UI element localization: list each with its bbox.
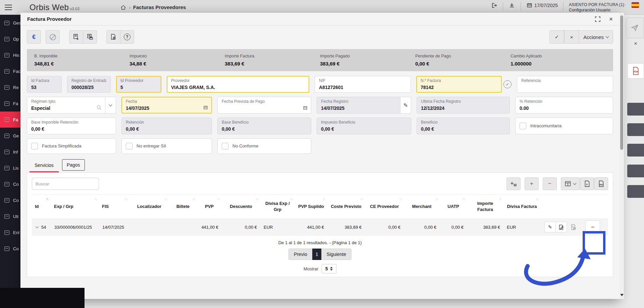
column-header-billete[interactable]: ↑↓Billete	[169, 194, 197, 219]
breadcrumb-current[interactable]: Facturas Proveedores	[133, 4, 186, 10]
check-circle-icon[interactable]: ✓	[503, 80, 512, 88]
column-header-exp-grp[interactable]: ↑↓Exp / Grp	[51, 194, 99, 219]
divider	[503, 2, 503, 11]
column-header-divisa-exp-grp[interactable]: ↑↓Divisa Exp / Grp	[260, 194, 295, 219]
modal-scrollbar[interactable]	[620, 13, 624, 299]
regimen-dropdown-button[interactable]	[105, 97, 116, 114]
sidebar-item-active[interactable]: Fa	[0, 112, 20, 128]
calendar-icon[interactable]	[303, 105, 308, 110]
column-header-divisa-factura[interactable]: ↑↓Divisa Factura	[503, 194, 540, 219]
scrollbar-thumb[interactable]	[620, 15, 623, 150]
cancel-invoice-button[interactable]	[46, 30, 60, 44]
column-header-importe-factura[interactable]: ↑↓Importe Factura	[467, 194, 503, 219]
add-row-button[interactable]: +	[525, 177, 539, 190]
modal-close-icon[interactable]: ×	[609, 16, 613, 22]
delete-row-button[interactable]: −	[585, 220, 600, 234]
expand-row-icon[interactable]	[36, 225, 39, 228]
sidebar-item-12[interactable]: Uti	[0, 208, 20, 224]
scrollbar-down-arrow[interactable]	[620, 294, 624, 296]
referencia-field[interactable]: Referencia	[517, 76, 613, 93]
proveedor-field[interactable]: ProveedorVIAJES GRAM, S.A.	[167, 76, 309, 93]
download-icon[interactable]	[508, 2, 515, 9]
edit-row-button[interactable]: ✎	[544, 222, 556, 232]
sidebar-item-5[interactable]: Fa	[0, 95, 20, 112]
column-header-ce-proveedor[interactable]: ↑↓CE Proveedor	[365, 194, 404, 219]
app-logo: Orbis Webv3.02	[30, 3, 80, 12]
sidebar-item-9[interactable]: Lis	[0, 160, 20, 176]
tab-pagos[interactable]: Pagos	[62, 159, 85, 171]
logout-icon[interactable]	[491, 2, 497, 9]
user-menu[interactable]: ASIENTO POR FACTURA (1) - Ale... Configu…	[569, 2, 626, 13]
add-multiple-rows-button[interactable]: +M	[506, 177, 521, 190]
sidebar-item-11[interactable]: Co	[0, 192, 20, 208]
column-header-coste-previsto[interactable]: ↑↓Coste Previsto	[327, 194, 365, 219]
hamburger-menu-icon[interactable]	[5, 5, 12, 10]
retencion-pct-field[interactable]: % Retención0.00	[515, 97, 613, 114]
column-header-uatp[interactable]: ↑↓UATP	[440, 194, 467, 219]
side-action-button[interactable]	[627, 144, 644, 157]
column-header-merchant[interactable]: ↑↓Merchant	[404, 194, 440, 219]
session-date[interactable]: 17/07/2025	[526, 2, 558, 9]
edit-document-button[interactable]	[555, 222, 567, 232]
sidebar-item-1[interactable]: Op	[0, 31, 20, 47]
print-entry-button[interactable]	[83, 30, 97, 44]
panel-close-icon[interactable]: ×	[634, 40, 637, 47]
currency-euro-button[interactable]: €	[27, 30, 41, 44]
fullscreen-icon[interactable]	[595, 16, 600, 22]
remove-row-button[interactable]: −	[543, 177, 557, 190]
nif-field[interactable]: NIFA81272601	[315, 76, 411, 93]
calendar-icon[interactable]	[203, 105, 208, 110]
confirm-button[interactable]: ✓	[549, 30, 564, 44]
sidebar-item-8[interactable]: Inf	[0, 144, 20, 160]
side-action-button[interactable]	[627, 165, 644, 177]
sidebar-item-3[interactable]: Fac	[0, 63, 20, 79]
columns-visibility-button[interactable]	[561, 177, 580, 190]
intracomunitaria-checkbox[interactable]	[520, 123, 526, 129]
table-row[interactable]: 54 33/000006/0001/25 14/07/2025 441,00 €…	[32, 219, 608, 235]
id-proveedor-field[interactable]: Id Proveedor5	[116, 76, 161, 93]
tax-document-button[interactable]	[568, 222, 579, 232]
num-factura-field[interactable]: N.º Factura78142	[416, 76, 502, 93]
no-entregar-sii-checkbox[interactable]	[126, 143, 132, 149]
sidebar-item-13[interactable]: Enl	[0, 224, 20, 240]
no-conforme-checkbox[interactable]	[222, 143, 228, 149]
home-icon[interactable]	[120, 4, 127, 11]
column-header-fis[interactable]: ↑↓FIS	[99, 194, 129, 219]
sidebar-item-7[interactable]: Ge	[0, 128, 20, 144]
sidebar-item-2[interactable]: His	[0, 47, 20, 63]
fecha-prevista-pago-field[interactable]: Fecha Prevista de Pago	[217, 97, 311, 114]
factura-simplificada-checkbox[interactable]	[31, 143, 38, 149]
current-page-button[interactable]: 1	[312, 249, 322, 260]
tab-servicios[interactable]: Servicios	[30, 159, 59, 172]
sidebar-item-10[interactable]: Co	[0, 176, 20, 192]
column-header-pvp-suplido[interactable]: ↑↓PVP Suplido	[295, 194, 327, 219]
previous-page-button[interactable]: Previo	[288, 249, 313, 260]
export-pdf-button[interactable]: PDF	[594, 177, 608, 190]
export-excel-button[interactable]: x	[580, 177, 594, 190]
sidebar-item-14[interactable]: Co	[0, 240, 20, 257]
attachments-button[interactable]	[106, 30, 120, 44]
next-page-button[interactable]: Siguiente	[321, 249, 352, 260]
edit-fecha-registro-button[interactable]: ✎	[400, 97, 411, 114]
send-button[interactable]	[626, 17, 644, 38]
fecha-field[interactable]: Fecha14/07/2025	[121, 97, 212, 114]
column-header-pvp[interactable]: ↑↓PVP	[197, 194, 222, 219]
side-action-button[interactable]	[627, 185, 644, 198]
help-button[interactable]: ?	[120, 30, 134, 44]
add-entry-button[interactable]	[69, 30, 83, 44]
cancel-button[interactable]: ×	[564, 30, 579, 44]
actions-dropdown-button[interactable]: Acciones	[579, 30, 613, 44]
sidebar-item-4[interactable]: Re	[0, 79, 20, 95]
side-action-button[interactable]	[627, 103, 644, 116]
column-header-localizador[interactable]: ↑↓Localizador	[129, 194, 169, 219]
export-pdf-side-button[interactable]: PDF	[627, 63, 644, 79]
search-input[interactable]	[32, 178, 99, 190]
regimen-impuesto-field[interactable]: Régimen Ipto.Especial	[27, 97, 105, 114]
sidebar-item-0[interactable]: Ges	[0, 15, 20, 31]
column-header-id[interactable]: ↑↓Id	[32, 194, 51, 219]
base-imponible-retencion-field[interactable]: Base Imponible Retención0,00 €	[27, 118, 116, 134]
spain-flag-icon[interactable]	[631, 2, 639, 8]
column-header-descuento[interactable]: ↑↓Descuento	[222, 194, 260, 219]
page-size-select[interactable]: 5	[322, 264, 336, 273]
side-action-button[interactable]	[627, 123, 644, 136]
